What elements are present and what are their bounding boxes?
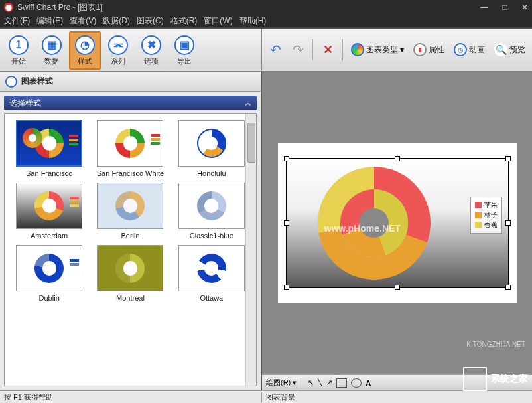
close-button[interactable]: ✕ xyxy=(521,3,528,12)
menu-bar: 文件(F) 编辑(E) 查看(V) 数据(D) 图表(C) 格式(R) 窗口(W… xyxy=(0,15,532,28)
tb-style[interactable]: ◔样式 xyxy=(69,31,101,70)
title-bar: ⬤ Swiff Chart Pro - [图表1] — □ ✕ xyxy=(0,0,532,15)
menu-window[interactable]: 窗口(W) xyxy=(204,15,232,27)
separator xyxy=(302,378,302,388)
left-panel: 图表样式 选择样式 ︽ San Francisco San Francisco … xyxy=(0,72,262,390)
toolbar-right: ↶ ↷ ✕ 图表类型 ▾ ▮ 属性 ◷ 动画 🔍 预览 xyxy=(262,29,532,71)
menu-edit[interactable]: 编辑(E) xyxy=(36,15,63,27)
resize-handle[interactable] xyxy=(395,285,400,290)
style-classic1-blue[interactable]: Classic1-blue xyxy=(174,183,249,240)
resize-handle[interactable] xyxy=(395,156,400,161)
status-left: 按 F1 获得帮助 xyxy=(0,392,262,402)
rect-tool-icon[interactable] xyxy=(336,378,347,388)
resize-handle[interactable] xyxy=(284,156,289,161)
style-honolulu[interactable]: Honolulu xyxy=(174,120,249,177)
main-area: 图表样式 选择样式 ︽ San Francisco San Francisco … xyxy=(0,72,532,390)
resize-handle[interactable] xyxy=(284,285,289,290)
minimize-button[interactable]: — xyxy=(480,3,488,12)
text-tool-icon[interactable]: A xyxy=(366,379,371,387)
canvas-area[interactable]: 苹果 桔子 香蕉 www.pHome.NET KITONGZHIJA.NET xyxy=(262,72,532,374)
status-bar: 按 F1 获得帮助 图表背景 xyxy=(0,390,532,403)
props-button[interactable]: ▮ 属性 xyxy=(411,42,447,58)
chart-type-button[interactable]: 图表类型 ▾ xyxy=(348,42,407,58)
menu-view[interactable]: 查看(V) xyxy=(70,15,96,27)
resize-handle[interactable] xyxy=(284,220,289,226)
tb-options[interactable]: ✖选项 xyxy=(135,31,167,70)
chevron-down-icon: ▾ xyxy=(400,45,404,54)
menu-help[interactable]: 帮助(H) xyxy=(239,15,267,27)
tb-export[interactable]: ▣导出 xyxy=(168,31,200,70)
tools-icon: ✖ xyxy=(141,35,161,55)
draw-toolbar: 绘图(R) ▾ ↖ ╲ ↗ A xyxy=(262,374,532,390)
style-san-francisco-white[interactable]: San Francisco White xyxy=(92,120,168,177)
style-amsterdam[interactable]: Amsterdam xyxy=(11,183,87,240)
ellipse-tool-icon[interactable] xyxy=(351,378,362,388)
status-right: 图表背景 xyxy=(262,392,532,402)
tb-start[interactable]: 1开始 xyxy=(3,31,34,70)
arrow-line-icon[interactable]: ↗ xyxy=(326,378,332,387)
delete-button[interactable]: ✕ xyxy=(318,40,337,59)
maximize-button[interactable]: □ xyxy=(502,3,507,12)
redo-button[interactable]: ↷ xyxy=(289,40,307,59)
style-icon xyxy=(5,76,17,88)
line-tool-icon[interactable]: ╲ xyxy=(318,378,322,387)
grid-icon: ▦ xyxy=(42,35,62,55)
anim-button[interactable]: ◷ 动画 xyxy=(451,42,488,58)
series-icon: ⫘ xyxy=(108,35,128,55)
style-select-label: 选择样式 xyxy=(9,98,41,109)
right-panel: 苹果 桔子 香蕉 www.pHome.NET KITONGZHIJA.NET xyxy=(262,72,532,390)
magnify-icon: 🔍 xyxy=(494,43,507,56)
menu-chart[interactable]: 图表(C) xyxy=(137,15,164,27)
props-icon: ▮ xyxy=(413,43,427,56)
style-montreal[interactable]: Montreal xyxy=(92,245,168,302)
menu-format[interactable]: 格式(R) xyxy=(170,15,198,27)
resize-handle[interactable] xyxy=(505,156,511,161)
toolbar: 1开始 ▦数据 ◔样式 ⫘系列 ✖选项 ▣导出 ↶ ↷ ✕ 图表类型 ▾ ▮ 属… xyxy=(0,28,532,72)
arrow-tool-icon[interactable]: ↖ xyxy=(308,378,314,387)
scrollbar-thumb[interactable] xyxy=(247,123,255,163)
menu-data[interactable]: 数据(D) xyxy=(103,15,130,27)
draw-menu[interactable]: 绘图(R) ▾ xyxy=(266,378,297,388)
panel-title: 图表样式 xyxy=(21,76,53,87)
collapse-icon[interactable]: ︽ xyxy=(245,98,251,108)
tb-series[interactable]: ⫘系列 xyxy=(102,31,134,70)
save-icon: ▣ xyxy=(174,35,194,55)
chevron-down-icon: ▾ xyxy=(293,378,297,386)
watermark-2: KITONGZHIJA.NET xyxy=(466,341,525,348)
preview-button[interactable]: 🔍 预览 xyxy=(492,42,528,58)
undo-button[interactable]: ↶ xyxy=(266,40,285,59)
style-select-bar[interactable]: 选择样式 ︽ xyxy=(4,96,257,110)
clock-icon: ◷ xyxy=(454,43,467,56)
style-ottawa[interactable]: Ottawa xyxy=(174,245,249,302)
window-title: Swiff Chart Pro - [图表1] xyxy=(17,2,468,13)
number-1-icon: 1 xyxy=(9,35,29,55)
chart-canvas[interactable]: 苹果 桔子 香蕉 www.pHome.NET xyxy=(278,143,517,303)
separator xyxy=(312,39,313,60)
style-icon: ◔ xyxy=(75,35,95,55)
chart-type-icon xyxy=(351,43,364,56)
toolbar-left: 1开始 ▦数据 ◔样式 ⫘系列 ✖选项 ▣导出 xyxy=(0,29,262,71)
separator xyxy=(342,39,343,60)
tb-data[interactable]: ▦数据 xyxy=(36,31,68,70)
scrollbar[interactable] xyxy=(245,114,256,386)
style-grid: San Francisco San Francisco White Honolu… xyxy=(4,113,257,386)
resize-handle[interactable] xyxy=(505,220,511,226)
style-berlin[interactable]: Berlin xyxy=(92,183,168,240)
resize-handle[interactable] xyxy=(505,285,511,290)
menu-file[interactable]: 文件(F) xyxy=(4,15,30,27)
panel-header: 图表样式 xyxy=(0,72,261,92)
window-controls: — □ ✕ xyxy=(468,3,528,12)
app-icon: ⬤ xyxy=(4,3,13,12)
style-san-francisco[interactable]: San Francisco xyxy=(11,120,87,177)
style-dublin[interactable]: Dublin xyxy=(11,245,87,302)
selection-box[interactable] xyxy=(286,158,509,288)
